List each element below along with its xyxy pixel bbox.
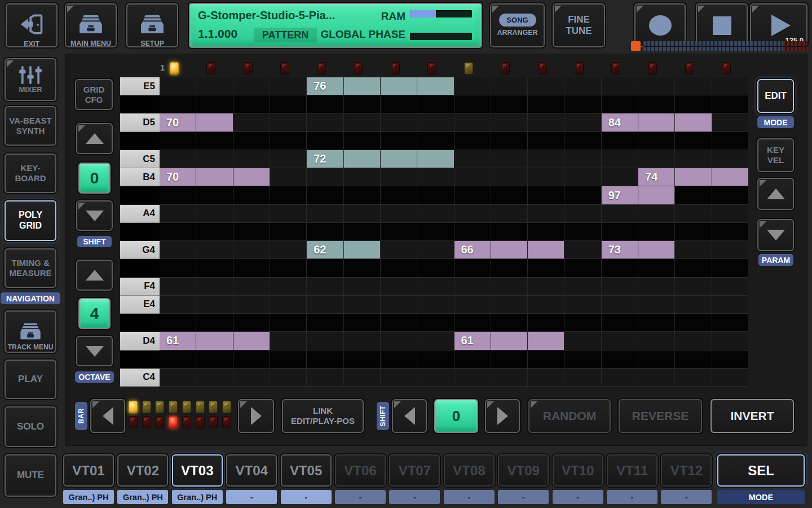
grid-cell[interactable] [528, 95, 564, 113]
grid-cell[interactable] [564, 241, 601, 259]
piano-key-e5[interactable]: E5 [120, 77, 160, 95]
note-cell[interactable] [417, 77, 454, 95]
grid-cell[interactable] [270, 113, 307, 131]
grid-cell[interactable] [564, 132, 601, 150]
piano-key-b4[interactable]: B4 [120, 168, 160, 186]
grid-cell[interactable] [344, 296, 381, 313]
note-cell[interactable] [417, 150, 454, 168]
grid-cell[interactable] [491, 314, 528, 331]
grid-cell[interactable] [491, 259, 528, 277]
grid-cell[interactable] [675, 351, 712, 368]
grid-cell[interactable] [712, 278, 748, 295]
grid-cell[interactable] [564, 223, 601, 240]
note-cell[interactable] [638, 241, 675, 259]
grid-cell[interactable] [196, 241, 233, 259]
grid-cell[interactable] [417, 332, 454, 349]
grid-cell[interactable] [712, 77, 748, 95]
grid-cell[interactable] [233, 186, 270, 204]
grid-cell[interactable] [454, 113, 491, 131]
grid-cell[interactable] [712, 369, 748, 386]
grid-cell[interactable] [564, 314, 601, 331]
grid-cell[interactable] [712, 223, 748, 240]
track-button-vt12[interactable]: VT12 [661, 454, 712, 487]
grid-cell[interactable] [638, 369, 675, 386]
play-mode-button[interactable]: PLAY [5, 360, 56, 399]
grid-cell[interactable] [491, 351, 528, 368]
grid-cell[interactable] [417, 351, 454, 368]
grid-cell[interactable] [528, 168, 564, 186]
grid-cell[interactable] [196, 95, 233, 113]
grid-cell[interactable] [233, 369, 270, 386]
grid-cell[interactable] [270, 150, 307, 168]
grid-cell[interactable] [160, 296, 196, 313]
grid-cell[interactable] [270, 77, 307, 95]
grid-cell[interactable] [454, 351, 491, 368]
grid-cell[interactable] [528, 296, 564, 313]
grid-cell[interactable] [160, 369, 196, 386]
setup-button[interactable]: SETUP [126, 3, 178, 47]
grid-cell[interactable] [381, 186, 417, 204]
grid-cell[interactable] [196, 132, 233, 150]
bar-next-button[interactable] [238, 399, 274, 433]
grid-cell[interactable] [638, 132, 675, 150]
grid-cell[interactable] [491, 296, 528, 313]
piano-key-a4[interactable]: A4 [120, 205, 160, 223]
piano-key-black[interactable] [120, 314, 160, 332]
grid-cell[interactable] [675, 77, 712, 95]
grid-cell[interactable] [307, 296, 343, 313]
grid-cell[interactable] [160, 150, 196, 168]
note-start-cell[interactable]: 74 [638, 168, 675, 186]
grid-cell[interactable] [675, 241, 712, 259]
grid-cell[interactable] [307, 186, 343, 204]
grid-cell[interactable] [564, 77, 601, 95]
grid-cell[interactable] [454, 150, 491, 168]
grid-cell[interactable] [381, 113, 417, 131]
note-cell[interactable] [491, 332, 528, 349]
grid-cell[interactable] [417, 223, 454, 240]
edit-mode-button[interactable]: EDIT [757, 79, 794, 113]
grid-cell[interactable] [638, 205, 675, 222]
grid-cell[interactable] [675, 186, 712, 204]
grid-cell[interactable] [233, 77, 270, 95]
grid-cell[interactable] [160, 278, 196, 295]
grid-cell[interactable] [417, 132, 454, 150]
grid-cell[interactable] [417, 113, 454, 131]
piano-key-black[interactable] [120, 186, 160, 204]
grid-cell[interactable] [564, 332, 601, 349]
track-button-vt11[interactable]: VT11 [607, 454, 657, 487]
grid-cell[interactable] [675, 150, 712, 168]
note-start-cell[interactable]: 61 [160, 332, 196, 349]
grid-cell[interactable] [712, 241, 748, 259]
shift-right-button[interactable] [485, 399, 520, 433]
note-cell[interactable] [638, 186, 675, 204]
grid-cell[interactable] [344, 223, 381, 240]
grid-cell[interactable] [491, 95, 528, 113]
grid-cell[interactable] [528, 186, 564, 204]
track-button-vt05[interactable]: VT05 [281, 454, 332, 487]
bar-prev-button[interactable] [90, 399, 125, 433]
exit-button[interactable]: EXIT [6, 3, 58, 47]
grid-cell[interactable] [196, 186, 233, 204]
grid-cell[interactable] [270, 369, 307, 386]
grid-cell[interactable] [381, 296, 417, 313]
grid-cell[interactable] [417, 186, 454, 204]
grid-cell[interactable] [528, 314, 564, 331]
shift-left-button[interactable] [392, 399, 427, 433]
note-start-cell[interactable]: 84 [602, 113, 638, 131]
note-cell[interactable] [528, 332, 564, 349]
note-cell[interactable] [344, 241, 381, 259]
grid-cell[interactable] [160, 205, 196, 222]
note-cell[interactable] [196, 332, 233, 349]
grid-cell[interactable] [270, 168, 307, 186]
grid-cell[interactable] [528, 259, 564, 277]
piano-key-c5[interactable]: C5 [120, 150, 160, 168]
grid-cell[interactable] [675, 314, 712, 331]
grid-cell[interactable] [381, 95, 417, 113]
grid-cell[interactable] [712, 205, 748, 222]
piano-key-black[interactable] [120, 95, 160, 113]
grid-cell[interactable] [564, 186, 601, 204]
grid-cell[interactable] [233, 314, 270, 331]
grid-cell[interactable] [270, 296, 307, 313]
grid-cell[interactable] [381, 259, 417, 277]
grid-cell[interactable] [564, 95, 601, 113]
